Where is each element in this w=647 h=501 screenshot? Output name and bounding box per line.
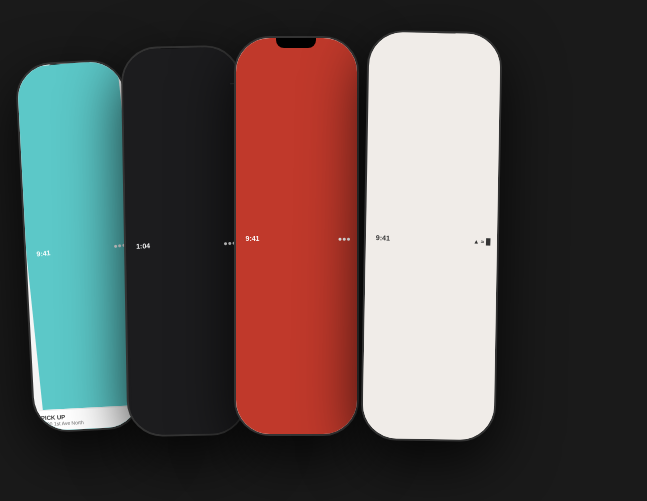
- time-1: 9:41: [36, 248, 51, 256]
- signal-3: ●●●: [338, 235, 351, 242]
- signal-icons-4: ▲ ≈ ▉: [473, 236, 491, 244]
- header-4: ‹ MENU ≡: [361, 440, 497, 441]
- phones-showcase: 9:41 ●●● ‹ MENU CRESTINGCRUST BAKI BREAK…: [14, 11, 634, 491]
- time-3: 9:41: [246, 235, 260, 242]
- phone-4: 9:41 ▲ ≈ ▉ ‹ MENU ≡ LITTLE Mumma's LITTL…: [360, 29, 502, 441]
- phone-3: 9:41 ●●● ‹ MENU WD Appetizers: [234, 36, 359, 436]
- status-bar-3: 9:41 ●●●: [236, 38, 359, 436]
- status-bar-4: 9:41 ▲ ≈ ▉: [360, 30, 502, 441]
- status-bar-2: 1:04 ●●●: [120, 45, 247, 436]
- notch-3: [276, 38, 316, 48]
- phone-2: 1:04 ●●● ‹ MENU OM SQUARE PIZZE PIZZA SM…: [120, 44, 247, 436]
- time-4: 9:41: [375, 233, 389, 240]
- time-2: 1:04: [135, 241, 149, 248]
